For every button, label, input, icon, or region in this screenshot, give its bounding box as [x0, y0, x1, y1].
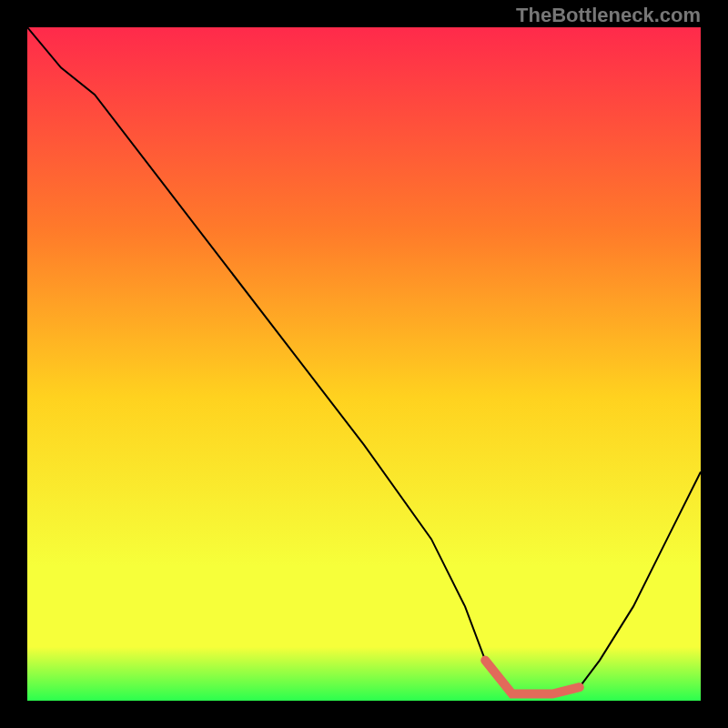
watermark-text: TheBottleneck.com — [516, 4, 701, 27]
chart-svg — [27, 27, 701, 701]
plot-area — [27, 27, 701, 701]
gradient-background — [27, 27, 701, 701]
chart-frame: TheBottleneck.com — [0, 0, 728, 728]
